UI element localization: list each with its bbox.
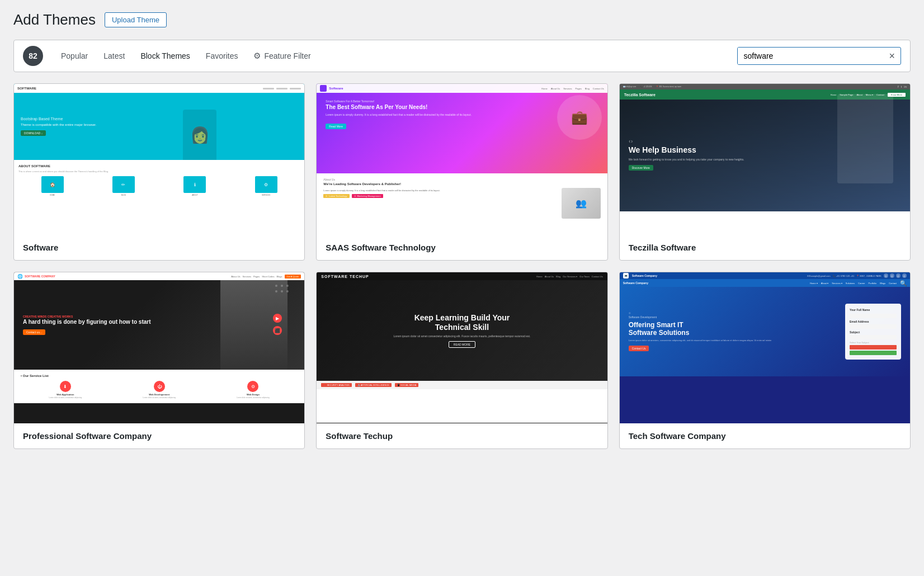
page-title: Add Themes bbox=[13, 11, 96, 29]
search-input[interactable] bbox=[738, 48, 883, 64]
tab-favorites[interactable]: Favorites bbox=[199, 48, 245, 64]
gear-icon: ⚙ bbox=[253, 51, 261, 61]
upload-theme-button[interactable]: Upload Theme bbox=[105, 12, 167, 27]
theme-card-techsoft[interactable]: 💻 Software Company ✉ Example@gmail.com 📞… bbox=[619, 272, 911, 449]
page-header: Add Themes Upload Theme bbox=[13, 11, 911, 29]
theme-screenshot-teczilla: 📧 info@xyz.com 📞 +1 123 456 📍 333, Succe… bbox=[620, 84, 910, 235]
preview-nav: SOFTWARE bbox=[14, 84, 304, 93]
theme-name-teczilla: Teczilla Software bbox=[620, 235, 910, 260]
theme-name-techup: Software Techup bbox=[317, 423, 607, 448]
feature-filter[interactable]: ⚙ Feature Filter bbox=[247, 48, 317, 64]
theme-count-badge: 82 bbox=[23, 46, 43, 66]
theme-card-prosoft[interactable]: 🌐 SOFTWARE COMPANY About Us Services Pag… bbox=[13, 272, 305, 449]
theme-name-techsoft: Tech Software Company bbox=[620, 423, 910, 448]
theme-card-saas[interactable]: Software Home About Us Services Pages Bl… bbox=[316, 83, 607, 261]
svg-point-2 bbox=[286, 285, 289, 287]
tab-block-themes[interactable]: Block Themes bbox=[134, 48, 196, 64]
theme-screenshot-techup: SOFTWARE TECHUP Home About Us Blog Our S… bbox=[317, 272, 607, 423]
theme-name-prosoft: Professional Software Company bbox=[14, 423, 304, 448]
theme-screenshot-software: SOFTWARE Bootstrap Based Theme Theme is … bbox=[14, 84, 304, 235]
filter-tabs: Popular Latest Block Themes Favorites ⚙ … bbox=[54, 48, 737, 64]
svg-point-0 bbox=[275, 285, 277, 287]
theme-card-techup[interactable]: SOFTWARE TECHUP Home About Us Blog Our S… bbox=[316, 272, 607, 449]
theme-screenshot-prosoft: 🌐 SOFTWARE COMPANY About Us Services Pag… bbox=[14, 272, 304, 423]
tab-popular[interactable]: Popular bbox=[54, 48, 95, 64]
theme-screenshot-techsoft: 💻 Software Company ✉ Example@gmail.com 📞… bbox=[620, 272, 910, 423]
theme-grid: SOFTWARE Bootstrap Based Theme Theme is … bbox=[13, 83, 911, 449]
theme-card-software[interactable]: SOFTWARE Bootstrap Based Theme Theme is … bbox=[13, 83, 305, 261]
search-wrapper: × bbox=[737, 47, 901, 65]
theme-name-software: Software bbox=[14, 235, 304, 260]
tab-latest[interactable]: Latest bbox=[97, 48, 131, 64]
svg-point-5 bbox=[286, 290, 289, 292]
feature-filter-label: Feature Filter bbox=[264, 51, 310, 60]
filter-bar: 82 Popular Latest Block Themes Favorites… bbox=[13, 40, 911, 72]
svg-point-4 bbox=[281, 290, 283, 292]
page-wrapper: Add Themes Upload Theme 82 Popular Lates… bbox=[0, 0, 924, 460]
theme-screenshot-saas: Software Home About Us Services Pages Bl… bbox=[317, 84, 607, 235]
svg-point-1 bbox=[281, 285, 283, 287]
theme-name-saas: SAAS Software Technology bbox=[317, 235, 607, 260]
theme-card-teczilla[interactable]: 📧 info@xyz.com 📞 +1 123 456 📍 333, Succe… bbox=[619, 83, 911, 261]
search-clear-button[interactable]: × bbox=[883, 51, 901, 61]
svg-point-3 bbox=[275, 290, 277, 292]
